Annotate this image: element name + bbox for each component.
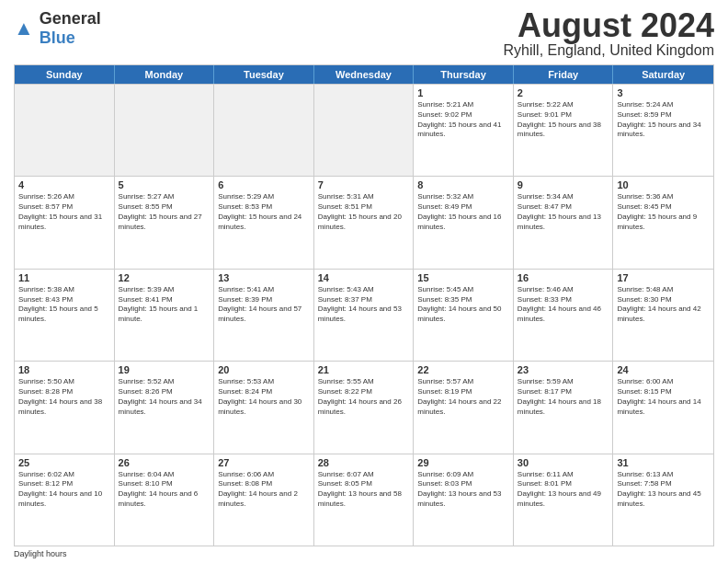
day-info: Sunrise: 5:59 AM Sunset: 8:17 PM Dayligh… (518, 377, 609, 417)
day-number: 26 (119, 457, 210, 468)
logo-blue-text: Blue (40, 29, 75, 47)
header: ▲ General Blue August 2024 Ryhill, Engla… (14, 9, 714, 59)
day-number: 30 (518, 457, 609, 468)
cal-cell-2: 2Sunrise: 5:22 AM Sunset: 9:01 PM Daylig… (514, 85, 614, 176)
day-info: Sunrise: 5:52 AM Sunset: 8:26 PM Dayligh… (119, 377, 210, 417)
cal-cell-23: 23Sunrise: 5:59 AM Sunset: 8:17 PM Dayli… (514, 362, 614, 453)
cal-cell-22: 22Sunrise: 5:57 AM Sunset: 8:19 PM Dayli… (414, 362, 514, 453)
cal-cell-9: 9Sunrise: 5:34 AM Sunset: 8:47 PM Daylig… (514, 177, 614, 268)
day-number: 25 (18, 457, 110, 468)
day-number: 17 (617, 272, 710, 283)
day-info: Sunrise: 5:50 AM Sunset: 8:28 PM Dayligh… (18, 377, 110, 417)
cal-cell-12: 12Sunrise: 5:39 AM Sunset: 8:41 PM Dayli… (115, 270, 215, 361)
day-number: 20 (218, 364, 310, 375)
cal-cell-1: 1Sunrise: 5:21 AM Sunset: 9:02 PM Daylig… (414, 85, 514, 176)
day-number: 9 (518, 179, 609, 190)
day-header-saturday: Saturday (613, 65, 713, 84)
day-header-sunday: Sunday (15, 65, 115, 84)
calendar-subtitle: Ryhill, England, United Kingdom (504, 42, 714, 59)
cal-cell-8: 8Sunrise: 5:32 AM Sunset: 8:49 PM Daylig… (414, 177, 514, 268)
day-number: 7 (318, 179, 410, 190)
day-info: Sunrise: 5:46 AM Sunset: 8:33 PM Dayligh… (518, 285, 609, 325)
day-number: 23 (518, 364, 609, 375)
day-info: Sunrise: 5:38 AM Sunset: 8:43 PM Dayligh… (18, 285, 110, 325)
day-info: Sunrise: 5:32 AM Sunset: 8:49 PM Dayligh… (417, 192, 509, 232)
cal-cell-19: 19Sunrise: 5:52 AM Sunset: 8:26 PM Dayli… (115, 362, 215, 453)
cal-cell-empty-1 (115, 85, 215, 176)
day-info: Sunrise: 6:11 AM Sunset: 8:01 PM Dayligh… (518, 470, 609, 510)
logo-general-text: General (40, 9, 101, 28)
day-number: 31 (617, 457, 710, 468)
day-info: Sunrise: 5:48 AM Sunset: 8:30 PM Dayligh… (617, 285, 710, 325)
day-info: Sunrise: 5:57 AM Sunset: 8:19 PM Dayligh… (417, 377, 509, 417)
day-info: Sunrise: 5:21 AM Sunset: 9:02 PM Dayligh… (417, 100, 509, 140)
week-5: 25Sunrise: 6:02 AM Sunset: 8:12 PM Dayli… (15, 454, 713, 546)
page: ▲ General Blue August 2024 Ryhill, Engla… (0, 0, 728, 563)
week-1: 1Sunrise: 5:21 AM Sunset: 9:02 PM Daylig… (15, 84, 713, 176)
cal-cell-13: 13Sunrise: 5:41 AM Sunset: 8:39 PM Dayli… (214, 270, 314, 361)
day-header-tuesday: Tuesday (214, 65, 314, 84)
day-number: 4 (18, 179, 110, 190)
cal-cell-25: 25Sunrise: 6:02 AM Sunset: 8:12 PM Dayli… (15, 454, 115, 546)
cal-cell-14: 14Sunrise: 5:43 AM Sunset: 8:37 PM Dayli… (314, 270, 415, 361)
day-number: 11 (18, 272, 110, 283)
day-number: 14 (318, 272, 410, 283)
logo-bird-icon: ▲ (14, 17, 34, 40)
logo: ▲ General Blue (14, 9, 101, 48)
cal-cell-29: 29Sunrise: 6:09 AM Sunset: 8:03 PM Dayli… (414, 454, 514, 546)
cal-cell-empty-3 (314, 85, 415, 176)
day-header-wednesday: Wednesday (314, 65, 415, 84)
day-number: 29 (417, 457, 509, 468)
cal-cell-24: 24Sunrise: 6:00 AM Sunset: 8:15 PM Dayli… (613, 362, 713, 453)
cal-cell-20: 20Sunrise: 5:53 AM Sunset: 8:24 PM Dayli… (214, 362, 314, 453)
day-number: 28 (318, 457, 410, 468)
day-number: 3 (617, 87, 710, 98)
day-info: Sunrise: 5:55 AM Sunset: 8:22 PM Dayligh… (318, 377, 410, 417)
day-info: Sunrise: 6:06 AM Sunset: 8:08 PM Dayligh… (218, 470, 310, 510)
cal-cell-6: 6Sunrise: 5:29 AM Sunset: 8:53 PM Daylig… (214, 177, 314, 268)
day-info: Sunrise: 5:34 AM Sunset: 8:47 PM Dayligh… (518, 192, 609, 232)
cal-cell-7: 7Sunrise: 5:31 AM Sunset: 8:51 PM Daylig… (314, 177, 415, 268)
cal-cell-28: 28Sunrise: 6:07 AM Sunset: 8:05 PM Dayli… (314, 454, 415, 546)
day-number: 13 (218, 272, 310, 283)
day-number: 22 (417, 364, 509, 375)
cal-cell-21: 21Sunrise: 5:55 AM Sunset: 8:22 PM Dayli… (314, 362, 415, 453)
calendar-body: 1Sunrise: 5:21 AM Sunset: 9:02 PM Daylig… (15, 84, 713, 546)
title-block: August 2024 Ryhill, England, United King… (504, 9, 714, 59)
day-info: Sunrise: 5:31 AM Sunset: 8:51 PM Dayligh… (318, 192, 410, 232)
day-number: 10 (617, 179, 710, 190)
footer-note: Daylight hours (14, 549, 714, 558)
cal-cell-4: 4Sunrise: 5:26 AM Sunset: 8:57 PM Daylig… (15, 177, 115, 268)
cal-cell-26: 26Sunrise: 6:04 AM Sunset: 8:10 PM Dayli… (115, 454, 215, 546)
day-number: 24 (617, 364, 710, 375)
day-number: 19 (119, 364, 210, 375)
day-number: 27 (218, 457, 310, 468)
day-number: 18 (18, 364, 110, 375)
day-info: Sunrise: 5:27 AM Sunset: 8:55 PM Dayligh… (119, 192, 210, 232)
cal-cell-empty-2 (214, 85, 314, 176)
day-info: Sunrise: 5:45 AM Sunset: 8:35 PM Dayligh… (417, 285, 509, 325)
day-info: Sunrise: 6:09 AM Sunset: 8:03 PM Dayligh… (417, 470, 509, 510)
day-info: Sunrise: 6:04 AM Sunset: 8:10 PM Dayligh… (119, 470, 210, 510)
day-header-friday: Friday (514, 65, 614, 84)
day-info: Sunrise: 6:02 AM Sunset: 8:12 PM Dayligh… (18, 470, 110, 510)
cal-cell-3: 3Sunrise: 5:24 AM Sunset: 8:59 PM Daylig… (613, 85, 713, 176)
cal-cell-30: 30Sunrise: 6:11 AM Sunset: 8:01 PM Dayli… (514, 454, 614, 546)
day-number: 5 (119, 179, 210, 190)
day-number: 2 (518, 87, 609, 98)
calendar-header: SundayMondayTuesdayWednesdayThursdayFrid… (15, 65, 713, 84)
day-info: Sunrise: 5:41 AM Sunset: 8:39 PM Dayligh… (218, 285, 310, 325)
day-info: Sunrise: 5:22 AM Sunset: 9:01 PM Dayligh… (518, 100, 609, 140)
day-info: Sunrise: 5:43 AM Sunset: 8:37 PM Dayligh… (318, 285, 410, 325)
calendar: SundayMondayTuesdayWednesdayThursdayFrid… (14, 64, 714, 546)
day-header-monday: Monday (115, 65, 215, 84)
day-number: 1 (417, 87, 509, 98)
day-header-thursday: Thursday (414, 65, 514, 84)
cal-cell-11: 11Sunrise: 5:38 AM Sunset: 8:43 PM Dayli… (15, 270, 115, 361)
cal-cell-5: 5Sunrise: 5:27 AM Sunset: 8:55 PM Daylig… (115, 177, 215, 268)
day-info: Sunrise: 5:24 AM Sunset: 8:59 PM Dayligh… (617, 100, 710, 140)
day-number: 16 (518, 272, 609, 283)
day-info: Sunrise: 6:07 AM Sunset: 8:05 PM Dayligh… (318, 470, 410, 510)
day-info: Sunrise: 5:39 AM Sunset: 8:41 PM Dayligh… (119, 285, 210, 325)
week-3: 11Sunrise: 5:38 AM Sunset: 8:43 PM Dayli… (15, 269, 713, 361)
